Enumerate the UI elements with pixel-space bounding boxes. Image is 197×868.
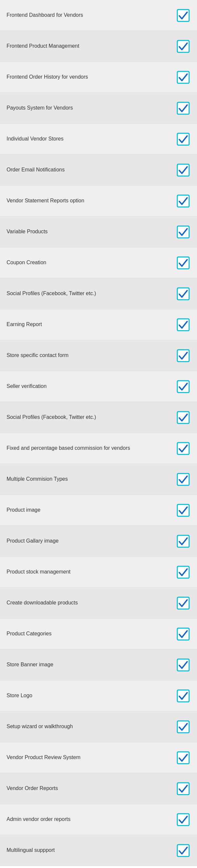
- check-icon: [176, 40, 190, 53]
- feature-label: Social Profiles (Facebook, Twitter etc.): [7, 413, 176, 421]
- feature-row: Vendor Order Reports: [0, 773, 197, 804]
- checkbox-container: [176, 287, 190, 301]
- check-icon: [176, 442, 190, 455]
- feature-label: Setup wizard or walkthrough: [7, 723, 176, 730]
- checkbox-container: [176, 596, 190, 610]
- feature-label: Vendor Statement Reports option: [7, 197, 176, 204]
- checkbox-container: [176, 781, 190, 796]
- feature-row: Multilingual suppport: [0, 835, 197, 866]
- checkbox-container: [176, 70, 190, 85]
- checkbox-container: [176, 750, 190, 765]
- feature-row: Earning Report: [0, 309, 197, 340]
- feature-row: Social Profiles (Facebook, Twitter etc.): [0, 402, 197, 433]
- feature-row: Vendor Statement Reports option: [0, 186, 197, 217]
- feature-label: Frontend Product Management: [7, 42, 176, 50]
- feature-row: Store specific contact form: [0, 340, 197, 371]
- feature-label: Vendor Product Review System: [7, 754, 176, 761]
- feature-label: Social Profiles (Facebook, Twitter etc.): [7, 290, 176, 297]
- check-icon: [176, 813, 190, 826]
- feature-row: Seller verification: [0, 371, 197, 402]
- feature-row: Variable Products: [0, 217, 197, 247]
- feature-label: Order Email Notifications: [7, 166, 176, 174]
- check-icon: [176, 411, 190, 424]
- checkbox-container: [176, 410, 190, 425]
- check-icon: [176, 473, 190, 486]
- feature-row: Multiple Commision Types: [0, 464, 197, 495]
- checkbox-container: [176, 348, 190, 363]
- checkbox-container: [176, 689, 190, 703]
- feature-label: Product Gallary image: [7, 537, 176, 545]
- feature-row: Product Categories: [0, 619, 197, 650]
- feature-row: Setup wizard or walkthrough: [0, 711, 197, 742]
- feature-row: Product stock management: [0, 557, 197, 588]
- checkbox-container: [176, 194, 190, 208]
- feature-label: Frontend Order History for vendors: [7, 73, 176, 81]
- feature-label: Multilingual suppport: [7, 847, 176, 854]
- check-icon: [176, 194, 190, 208]
- check-icon: [176, 566, 190, 579]
- feature-label: Store specific contact form: [7, 352, 176, 359]
- checkbox-container: [176, 132, 190, 147]
- check-icon: [176, 287, 190, 301]
- check-icon: [176, 689, 190, 703]
- feature-label: Multiple Commision Types: [7, 475, 176, 483]
- feature-label: Create downloadable products: [7, 599, 176, 607]
- check-icon: [176, 844, 190, 857]
- checkbox-container: [176, 658, 190, 672]
- checkbox-container: [176, 441, 190, 456]
- feature-label: Coupon Creation: [7, 259, 176, 266]
- check-icon: [176, 256, 190, 270]
- feature-label: Payouts System for Vendors: [7, 104, 176, 112]
- check-icon: [176, 133, 190, 146]
- feature-row: Order Email Notifications: [0, 155, 197, 186]
- checkbox-container: [176, 843, 190, 858]
- feature-row: Store Logo: [0, 680, 197, 711]
- feature-row: Create downloadable products: [0, 588, 197, 619]
- check-icon: [176, 318, 190, 331]
- check-icon: [176, 225, 190, 239]
- checkbox-container: [176, 225, 190, 239]
- feature-label: Store Logo: [7, 692, 176, 699]
- check-icon: [176, 751, 190, 764]
- check-icon: [176, 720, 190, 734]
- feature-row: Coupon Creation: [0, 247, 197, 278]
- feature-label: Product image: [7, 506, 176, 514]
- feature-label: Earning Report: [7, 321, 176, 328]
- checkbox-container: [176, 39, 190, 54]
- checkbox-container: [176, 534, 190, 549]
- feature-label: Variable Products: [7, 228, 176, 235]
- feature-label: Frontend Dashboard for Vendors: [7, 11, 176, 19]
- feature-label: Fixed and percentage based commission fo…: [7, 444, 176, 452]
- feature-row: Frontend Order History for vendors: [0, 62, 197, 93]
- checkbox-container: [176, 720, 190, 734]
- feature-label: Admin vendor order reports: [7, 816, 176, 823]
- checkbox-container: [176, 472, 190, 487]
- checkbox-container: [176, 627, 190, 641]
- feature-row: Admin vendor order reports: [0, 804, 197, 835]
- checkbox-container: [176, 163, 190, 177]
- checkbox-container: [176, 317, 190, 332]
- feature-label: Seller verification: [7, 383, 176, 390]
- feature-row: Product Gallary image: [0, 526, 197, 557]
- check-icon: [176, 380, 190, 393]
- feature-row: Individual Vendor Stores: [0, 124, 197, 155]
- feature-row: Frontend Dashboard for Vendors: [0, 0, 197, 31]
- feature-row: Frontend Product Management: [0, 31, 197, 62]
- checkbox-container: [176, 812, 190, 827]
- feature-label: Product Categories: [7, 630, 176, 637]
- checkbox-container: [176, 256, 190, 270]
- checkbox-container: [176, 8, 190, 23]
- checkbox-container: [176, 101, 190, 116]
- check-icon: [176, 9, 190, 22]
- check-icon: [176, 349, 190, 362]
- check-icon: [176, 535, 190, 548]
- feature-label: Product stock management: [7, 568, 176, 576]
- feature-row: Social Profiles (Facebook, Twitter etc.): [0, 278, 197, 309]
- checkbox-container: [176, 379, 190, 394]
- check-icon: [176, 782, 190, 795]
- check-icon: [176, 627, 190, 641]
- feature-list: Frontend Dashboard for VendorsFrontend P…: [0, 0, 197, 866]
- feature-label: Vendor Order Reports: [7, 785, 176, 792]
- check-icon: [176, 596, 190, 610]
- checkbox-container: [176, 565, 190, 580]
